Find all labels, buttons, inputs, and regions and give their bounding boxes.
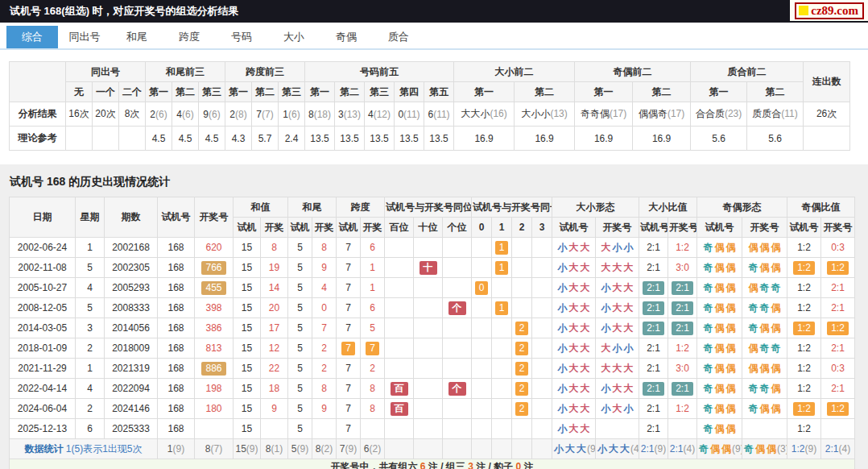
cell-same-0 bbox=[472, 359, 492, 379]
cell-kuadu-kaijiang: 5 bbox=[361, 318, 385, 338]
analysis-result-row: 分析结果16次20次8次2(6)4(6)9(6)2(8)7(7)1(6)8(18… bbox=[10, 102, 850, 127]
cell-kuadu-shiji: 7 bbox=[337, 258, 361, 278]
analysis-subheader: 二个 bbox=[119, 82, 146, 102]
history-subheader: 试机号 bbox=[787, 218, 821, 238]
cell-hezhi-shiji: 15 bbox=[234, 338, 261, 359]
cell-dx-ratio-shiji: 2:1 bbox=[639, 359, 668, 379]
cell-issue: 2002168 bbox=[105, 238, 158, 258]
cell-issue: 2021319 bbox=[105, 359, 158, 379]
cell-jiou-kaijiang: 奇奇偶 bbox=[742, 379, 787, 399]
site-logo[interactable]: cz89.com bbox=[790, 0, 868, 21]
cell-jo-ratio-shiji: 1:2 bbox=[787, 359, 821, 379]
cell-jo-ratio-kaijiang: 2:1 bbox=[821, 379, 855, 399]
cell-jo-ratio-kaijiang: 0:3 bbox=[821, 359, 855, 379]
cell-jiou-kaijiang: 奇偶偶 bbox=[742, 258, 787, 278]
tab-zhihe[interactable]: 质合 bbox=[373, 26, 424, 48]
analysis-theory-cell: 16.9 bbox=[454, 127, 515, 151]
cell-kaijiang: 620 bbox=[195, 238, 234, 258]
tab-zonghe[interactable]: 综合 bbox=[6, 26, 58, 48]
cell-same-0 bbox=[472, 238, 492, 258]
cell-same-3 bbox=[532, 258, 552, 278]
tab-jiou[interactable]: 奇偶 bbox=[320, 26, 372, 48]
cell-hezhi-kaijiang: 17 bbox=[261, 318, 288, 338]
cell-kaijiang: 886 bbox=[195, 359, 234, 379]
tab-kuadu[interactable]: 跨度 bbox=[163, 26, 215, 48]
title-bar: 试机号 168(组选) 时，对应开奖号的组选分析结果 cz89.com bbox=[0, 0, 868, 23]
summary-row: 开奖号中，共有组六 6 注 / 组三 3 注 / 豹子 0 注 bbox=[10, 459, 855, 469]
stats-cell: 小大大(4) bbox=[596, 439, 639, 459]
analysis-result-cell: 3(13) bbox=[335, 102, 365, 127]
cell-issue: 2002305 bbox=[105, 258, 158, 278]
tab-haoma[interactable]: 号码 bbox=[216, 26, 267, 48]
analysis-theory-cell: 4.3 bbox=[225, 127, 252, 151]
cell-pos-bai bbox=[385, 238, 414, 258]
cell-hezhi-kaijiang: 8 bbox=[261, 238, 288, 258]
tab-daxiao[interactable]: 大小 bbox=[268, 26, 320, 48]
stats-row: 数据统计 1(5)表示1出现5次1(9)8(7)15(9)8(1)5(9)8(2… bbox=[10, 439, 855, 459]
cell-dx-ratio-kaijiang: 2:1 bbox=[668, 278, 697, 298]
cell-kuadu-kaijiang: 6 bbox=[361, 298, 385, 318]
stats-cell bbox=[512, 439, 532, 459]
cell-issue: 2005293 bbox=[105, 278, 158, 298]
analysis-result-cell: 大小小(13) bbox=[515, 102, 575, 127]
tab-tongchuhao[interactable]: 同出号 bbox=[59, 26, 110, 48]
analysis-result-cell: 偶偶奇(17) bbox=[633, 102, 691, 127]
cell-same-3 bbox=[532, 399, 552, 419]
cell-same-1 bbox=[492, 338, 512, 359]
analysis-theory-cell: 5.6 bbox=[691, 127, 747, 151]
cell-same-2: 2 bbox=[512, 318, 532, 338]
cell-pos-bai bbox=[385, 318, 414, 338]
cell-issue: 2014056 bbox=[105, 318, 158, 338]
cell-same-0 bbox=[472, 379, 492, 399]
cell-kuadu-kaijiang: 6 bbox=[361, 238, 385, 258]
cell-shiji: 168 bbox=[158, 298, 195, 318]
logo-square-icon bbox=[799, 6, 808, 15]
cell-jo-ratio-kaijiang: 2:1 bbox=[821, 338, 855, 359]
cell-week: 6 bbox=[76, 419, 105, 439]
analysis-subheader: 第二 bbox=[335, 82, 365, 102]
cell-issue: 2024146 bbox=[105, 399, 158, 419]
analysis-theory-cell: 16.9 bbox=[575, 127, 633, 151]
cell-dx-ratio-kaijiang: 1:2 bbox=[668, 338, 697, 359]
cell-pos-shi bbox=[414, 298, 443, 318]
history-subheader: 开奖号 bbox=[668, 218, 697, 238]
cell-hewei-shiji: 5 bbox=[288, 399, 312, 419]
cell-hezhi-kaijiang: 14 bbox=[261, 278, 288, 298]
cell-jiou-kaijiang: 偶奇奇 bbox=[742, 278, 787, 298]
cell-jo-ratio-shiji: 1:2 bbox=[787, 238, 821, 258]
history-group-header: 开奖号 bbox=[195, 197, 234, 238]
tab-hewei[interactable]: 和尾 bbox=[111, 26, 163, 48]
cell-hezhi-shiji: 15 bbox=[234, 278, 261, 298]
summary-cell: 开奖号中，共有组六 6 注 / 组三 3 注 / 豹子 0 注 bbox=[10, 459, 855, 469]
cell-same-0 bbox=[472, 419, 492, 439]
stats-cell: 6(2) bbox=[361, 439, 385, 459]
cell-same-1: 1 bbox=[492, 258, 512, 278]
cell-hezhi-shiji: 15 bbox=[234, 238, 261, 258]
analysis-subheader: 第三 bbox=[199, 82, 225, 102]
analysis-theory-cell bbox=[119, 127, 146, 151]
analysis-subheader: 第三 bbox=[279, 82, 305, 102]
table-row: 2005-10-2742005293168455151454710小大大小大大2… bbox=[10, 278, 855, 298]
cell-hewei-kaijiang: 2 bbox=[312, 359, 337, 379]
history-subheader: 2 bbox=[512, 218, 532, 238]
cell-dx-ratio-kaijiang: 3:0 bbox=[668, 258, 697, 278]
analysis-result-cell: 2(8) bbox=[225, 102, 252, 127]
stats-cell: 2:1(9) bbox=[639, 439, 668, 459]
stats-cell: 15(9) bbox=[234, 439, 261, 459]
table-row: 2018-01-0922018009168813151252772小大大大小小2… bbox=[10, 338, 855, 359]
analysis-result-cell: 0(11) bbox=[395, 102, 424, 127]
cell-daxiao-kaijiang: 大小小 bbox=[596, 338, 639, 359]
cell-dx-ratio-kaijiang: 1:2 bbox=[668, 399, 697, 419]
cell-hewei-shiji: 5 bbox=[288, 338, 312, 359]
cell-same-2: 2 bbox=[512, 399, 532, 419]
cell-hewei-kaijiang: 2 bbox=[312, 338, 337, 359]
cell-shiji: 168 bbox=[158, 258, 195, 278]
cell-pos-bai: 百 bbox=[385, 379, 414, 399]
cell-week: 3 bbox=[76, 318, 105, 338]
cell-jo-ratio-kaijiang: 1:2 bbox=[821, 318, 855, 338]
analysis-result-cell: 4(12) bbox=[365, 102, 395, 127]
cell-pos-ge bbox=[443, 318, 472, 338]
cell-jiou-shiji: 奇偶偶 bbox=[697, 399, 742, 419]
site-logo-text: cz89.com bbox=[811, 5, 858, 17]
cell-jiou-shiji: 奇偶偶 bbox=[697, 338, 742, 359]
